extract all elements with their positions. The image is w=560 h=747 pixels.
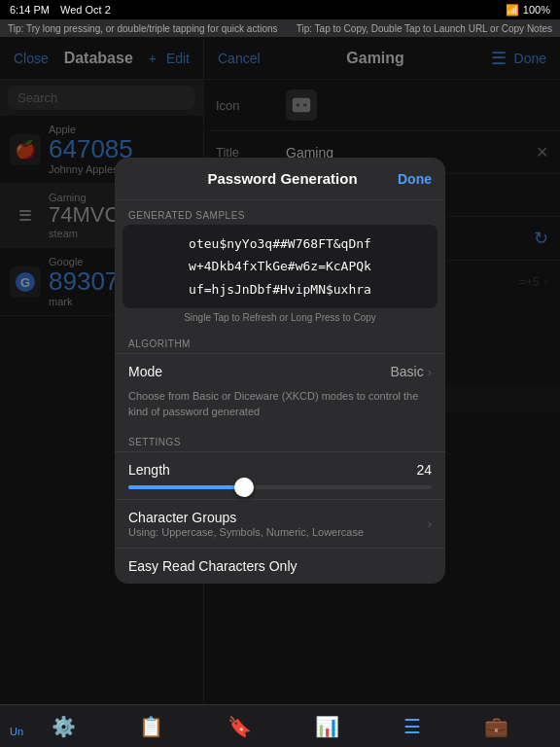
tip-bar: Tip: Try long pressing, or double/triple… <box>0 19 560 37</box>
tip-text-left: Tip: Try long pressing, or double/triple… <box>0 23 280 34</box>
sample-line-1: oteu$nyYo3q##W768FT&qDnf <box>132 232 428 255</box>
sample-line-3: uf=hjsJnDbf#HvipMN$uxhra <box>132 278 428 301</box>
slider-thumb[interactable] <box>234 478 254 497</box>
mode-description: Choose from Basic or Diceware (XKCD) mod… <box>115 389 445 427</box>
character-groups-chevron-icon: › <box>428 516 432 531</box>
modal-done-button[interactable]: Done <box>398 171 432 187</box>
status-indicators: 📶 100% <box>506 4 550 17</box>
slider-fill <box>128 485 244 489</box>
length-value: 24 <box>416 462 432 478</box>
status-time: 6:14 PM Wed Oct 2 <box>10 4 111 16</box>
status-bar: 6:14 PM Wed Oct 2 📶 100% <box>0 0 560 19</box>
samples-box[interactable]: oteu$nyYo3q##W768FT&qDnf w+4Dkb4fxTkGe#w… <box>122 225 438 308</box>
battery-label: 100% <box>523 4 550 16</box>
wifi-icon: 📶 <box>506 4 519 17</box>
modal-header: Password Generation Done <box>115 158 445 200</box>
list-icon[interactable]: ☰ <box>398 709 427 744</box>
sample-line-2: w+4Dkb4fxTkGe#w6z=KcAPQk <box>132 255 428 277</box>
character-groups-row[interactable]: Character Groups Using: Uppercase, Symbo… <box>115 499 445 548</box>
wallet-icon[interactable]: 💼 <box>478 709 514 744</box>
samples-hint: Single Tap to Refresh or Long Press to C… <box>115 308 445 329</box>
settings-label: SETTINGS <box>115 427 445 451</box>
tip-text-right: Tip: Tap to Copy, Double Tap to Launch U… <box>280 23 560 34</box>
password-generation-modal: Password Generation Done GENERATED SAMPL… <box>115 158 445 584</box>
footer-label: Un <box>10 726 23 737</box>
bookmark-icon[interactable]: 🔖 <box>222 709 258 744</box>
algorithm-label: ALGORITHM <box>115 329 445 353</box>
character-groups-desc: Using: Uppercase, Symbols, Numeric, Lowe… <box>128 526 428 538</box>
length-label: Length <box>128 462 170 478</box>
modal-overlay: Password Generation Done GENERATED SAMPL… <box>0 37 560 704</box>
time-label: 6:14 PM <box>10 4 50 16</box>
date-label: Wed Oct 2 <box>60 4 111 16</box>
mode-label: Mode <box>128 364 390 379</box>
character-groups-title: Character Groups <box>128 510 428 525</box>
mode-value: Basic <box>390 364 423 379</box>
bottom-toolbar: ⚙️ 📋 🔖 📊 ☰ 💼 Un <box>0 704 560 747</box>
mode-chevron-icon: › <box>428 365 432 379</box>
chart-icon[interactable]: 📊 <box>309 709 345 744</box>
length-slider-section: Length 24 <box>115 451 445 499</box>
modal-title: Password Generation <box>167 170 398 187</box>
clipboard-icon[interactable]: 📋 <box>133 709 169 744</box>
easy-read-label: Easy Read Characters Only <box>128 558 432 574</box>
length-slider-track[interactable] <box>128 485 432 489</box>
mode-row[interactable]: Mode Basic › <box>115 353 445 389</box>
generated-samples-label: GENERATED SAMPLES <box>115 200 445 225</box>
settings-icon[interactable]: ⚙️ <box>46 709 82 744</box>
easy-read-row[interactable]: Easy Read Characters Only <box>115 548 445 584</box>
